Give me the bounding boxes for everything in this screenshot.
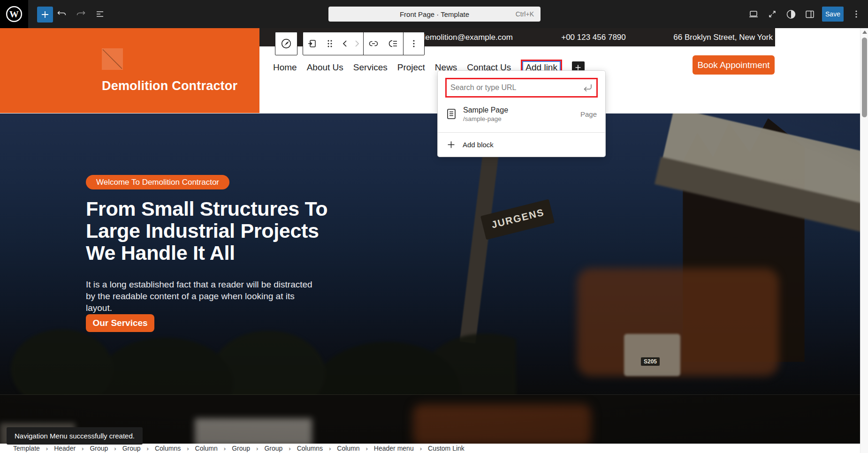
our-services-button[interactable]: Our Services bbox=[86, 314, 154, 332]
breadcrumb-columns[interactable]: Columns bbox=[141, 445, 181, 452]
result-type-badge: Page bbox=[580, 110, 597, 118]
scrollbar-thumb[interactable] bbox=[862, 38, 867, 117]
view-devices-button[interactable] bbox=[748, 8, 759, 20]
link-search-popover: Sample Page /sample-page Page Add block bbox=[438, 71, 605, 157]
search-input-annotation-box bbox=[445, 78, 598, 98]
breadcrumb-custom-link[interactable]: Custom Link bbox=[414, 445, 464, 452]
fullscreen-button[interactable] bbox=[767, 8, 778, 20]
wordpress-icon: W bbox=[5, 5, 23, 23]
block-options-button[interactable] bbox=[404, 32, 424, 55]
nav-item-home[interactable]: Home bbox=[273, 62, 297, 73]
vertical-scrollbar[interactable] bbox=[860, 28, 868, 453]
enter-icon bbox=[581, 83, 594, 93]
add-submenu-button[interactable] bbox=[383, 32, 403, 55]
breadcrumb-column[interactable]: Column bbox=[323, 445, 360, 452]
contact-phone[interactable]: +00 123 456 7890 bbox=[561, 33, 626, 42]
broken-image-placeholder-icon[interactable] bbox=[102, 48, 123, 70]
breadcrumb-header[interactable]: Header bbox=[40, 445, 76, 452]
breadcrumb-header-menu[interactable]: Header menu bbox=[360, 445, 414, 452]
contact-email[interactable]: demolition@example.com bbox=[421, 33, 513, 42]
nav-item-about-us[interactable]: About Us bbox=[307, 62, 343, 73]
block-inserter-button[interactable] bbox=[37, 7, 53, 23]
document-overview-button[interactable] bbox=[94, 8, 106, 20]
nav-item-project[interactable]: Project bbox=[397, 62, 425, 73]
editor-top-bar: W Front Page · Template Ctrl+K Save bbox=[0, 0, 868, 28]
document-title: Front Page · Template bbox=[400, 10, 469, 18]
block-toolbar bbox=[303, 32, 425, 55]
result-slug: /sample-page bbox=[463, 115, 508, 122]
navigation-block-parent-selector[interactable] bbox=[275, 32, 297, 55]
undo-button[interactable] bbox=[56, 8, 68, 20]
breadcrumb-group[interactable]: Group bbox=[250, 445, 282, 452]
link-button[interactable] bbox=[364, 32, 383, 55]
plus-icon bbox=[574, 64, 582, 71]
add-block-label: Add block bbox=[463, 141, 494, 149]
move-right-button[interactable] bbox=[351, 32, 363, 55]
styles-button[interactable] bbox=[785, 8, 797, 20]
hero-heading[interactable]: From Small Structures To Large Industria… bbox=[86, 198, 327, 264]
site-title[interactable]: Demolition Contractor bbox=[102, 79, 237, 93]
site-logo-block[interactable]: Demolition Contractor bbox=[0, 28, 259, 113]
snackbar-notice[interactable]: Navigation Menu successfully created. bbox=[7, 427, 143, 445]
redo-button[interactable] bbox=[75, 8, 86, 20]
breadcrumb-group[interactable]: Group bbox=[76, 445, 108, 452]
svg-text:W: W bbox=[9, 9, 19, 19]
plus-icon bbox=[447, 141, 455, 149]
breadcrumb-group[interactable]: Group bbox=[218, 445, 250, 452]
nav-item-services[interactable]: Services bbox=[353, 62, 388, 73]
hero-badge[interactable]: Welcome To Demolition Contractor bbox=[86, 175, 229, 189]
hero-paragraph[interactable]: It is a long established fact that a rea… bbox=[86, 279, 323, 314]
options-menu-button[interactable] bbox=[851, 8, 862, 20]
breadcrumb-columns[interactable]: Columns bbox=[282, 445, 323, 452]
block-breadcrumb: Template Header Group Group Columns Colu… bbox=[0, 444, 860, 453]
document-title-bar[interactable]: Front Page · Template Ctrl+K bbox=[328, 7, 541, 22]
save-button[interactable]: Save bbox=[822, 7, 844, 22]
navigation-block-icon bbox=[280, 38, 292, 50]
hero-section: JURGENS S205 Welcome To Demolition Contr… bbox=[0, 113, 860, 445]
keyboard-shortcut-hint: Ctrl+K bbox=[516, 10, 534, 18]
add-block-option[interactable]: Add block bbox=[438, 133, 605, 156]
search-result-sample-page[interactable]: Sample Page /sample-page Page bbox=[438, 102, 605, 126]
breadcrumb-template[interactable]: Template bbox=[13, 445, 40, 452]
plus-icon bbox=[40, 10, 50, 19]
link-search-input[interactable] bbox=[447, 83, 581, 92]
drag-handle[interactable] bbox=[321, 32, 339, 55]
select-parent-block-button[interactable] bbox=[303, 32, 321, 55]
settings-sidebar-button[interactable] bbox=[804, 8, 815, 20]
scroll-up-arrow-icon[interactable] bbox=[862, 30, 867, 34]
editor-canvas: Demolition Contractor demolition@example… bbox=[0, 28, 860, 453]
breadcrumb-column[interactable]: Column bbox=[181, 445, 218, 452]
contact-address[interactable]: 66 Broklyn Street, New York bbox=[673, 33, 773, 42]
move-left-button[interactable] bbox=[339, 32, 351, 55]
result-title: Sample Page bbox=[463, 106, 508, 114]
book-appointment-button[interactable]: Book Appointment bbox=[693, 55, 775, 75]
page-icon bbox=[446, 108, 457, 120]
breadcrumb-group[interactable]: Group bbox=[108, 445, 140, 452]
wordpress-logo[interactable]: W bbox=[0, 0, 28, 28]
